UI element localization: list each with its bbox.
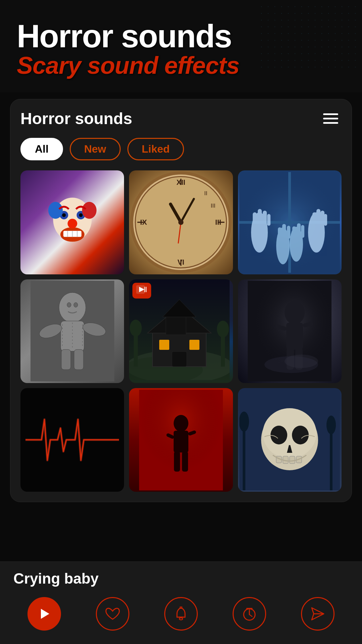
svg-point-111 — [270, 426, 287, 444]
app-header: Horror sounds Scary sound effects — [0, 0, 362, 92]
svg-point-2 — [67, 219, 77, 228]
sound-item-clown[interactable] — [20, 170, 124, 274]
svg-rect-103 — [182, 451, 188, 472]
svg-rect-83 — [144, 287, 145, 292]
svg-rect-44 — [278, 227, 282, 240]
svg-rect-45 — [282, 224, 286, 238]
sound-item-statue[interactable] — [20, 279, 124, 383]
svg-rect-107 — [330, 427, 333, 490]
menu-line-3 — [323, 122, 338, 124]
player-controls — [0, 590, 362, 644]
svg-point-94 — [285, 355, 318, 368]
card-header: Horror sounds — [20, 109, 342, 128]
svg-point-77 — [130, 320, 142, 336]
svg-rect-84 — [146, 287, 146, 292]
svg-point-106 — [239, 412, 249, 432]
svg-text:II: II — [204, 190, 207, 197]
filter-tabs: All New Liked — [20, 138, 342, 160]
bottom-player: Crying baby — [0, 561, 362, 644]
svg-point-98 — [174, 415, 188, 432]
app-title-sub: Scary sound effects — [17, 52, 345, 79]
svg-rect-75 — [172, 352, 187, 367]
send-icon — [310, 606, 325, 621]
svg-point-79 — [217, 321, 229, 337]
svg-rect-42 — [324, 214, 327, 226]
svg-point-87 — [285, 301, 305, 324]
svg-rect-99 — [174, 431, 188, 452]
menu-button[interactable] — [320, 110, 342, 127]
svg-text:III: III — [211, 203, 216, 209]
bell-button[interactable] — [164, 597, 198, 631]
svg-point-24 — [178, 220, 183, 225]
svg-rect-37 — [267, 214, 270, 226]
svg-rect-102 — [174, 451, 180, 472]
svg-rect-62 — [74, 350, 83, 370]
sound-item-zombie[interactable] — [238, 170, 342, 274]
player-track-name: Crying baby — [13, 570, 349, 587]
svg-rect-34 — [253, 212, 257, 226]
svg-rect-74 — [189, 340, 199, 350]
svg-rect-105 — [243, 423, 245, 490]
video-icon — [136, 285, 148, 297]
bell-icon — [174, 606, 188, 621]
svg-rect-72 — [159, 340, 169, 350]
svg-rect-116 — [290, 456, 295, 464]
sound-item-shadow[interactable] — [238, 279, 342, 383]
video-badge — [132, 283, 151, 299]
svg-rect-69 — [166, 316, 186, 335]
app-title-main: Horror sounds — [17, 20, 345, 52]
sound-item-heartbeat[interactable] — [20, 388, 124, 492]
tab-new[interactable]: New — [70, 138, 121, 160]
main-card: Horror sounds All New Liked — [10, 99, 352, 502]
play-button[interactable] — [27, 597, 61, 631]
svg-point-112 — [292, 426, 309, 444]
sound-item-clock[interactable]: XII III VI IX II III — [129, 170, 233, 274]
svg-point-57 — [74, 303, 78, 307]
svg-rect-49 — [297, 223, 301, 237]
sound-item-house[interactable] — [129, 279, 233, 383]
svg-rect-46 — [287, 226, 290, 239]
timer-button[interactable] — [233, 597, 266, 631]
svg-point-56 — [67, 303, 71, 307]
svg-rect-88 — [286, 323, 303, 350]
svg-point-120 — [179, 618, 183, 620]
tab-all[interactable]: All — [20, 138, 63, 160]
player-title-bar: Crying baby — [0, 562, 362, 590]
tab-liked[interactable]: Liked — [127, 138, 184, 160]
like-button[interactable] — [96, 597, 129, 631]
svg-point-11 — [48, 202, 63, 219]
svg-rect-36 — [263, 211, 267, 225]
sound-item-child[interactable] — [129, 388, 233, 492]
share-button[interactable] — [301, 597, 335, 631]
heart-icon — [105, 607, 120, 621]
play-icon — [38, 607, 51, 621]
svg-point-108 — [326, 416, 336, 434]
menu-line-2 — [323, 118, 338, 119]
svg-rect-48 — [292, 226, 296, 238]
svg-point-12 — [82, 202, 96, 219]
svg-rect-40 — [316, 209, 320, 224]
svg-rect-61 — [61, 350, 71, 370]
svg-line-124 — [249, 614, 252, 616]
svg-point-52 — [59, 292, 86, 323]
sound-grid: XII III VI IX II III — [20, 170, 342, 492]
svg-rect-50 — [301, 225, 304, 238]
svg-rect-39 — [312, 212, 316, 226]
svg-marker-118 — [41, 609, 49, 619]
menu-line-1 — [323, 113, 338, 115]
card-title: Horror sounds — [20, 109, 132, 128]
svg-rect-35 — [258, 209, 262, 224]
sound-item-skull[interactable] — [238, 388, 342, 492]
svg-point-5 — [62, 213, 66, 217]
svg-point-6 — [79, 213, 82, 217]
timer-icon — [242, 606, 257, 621]
